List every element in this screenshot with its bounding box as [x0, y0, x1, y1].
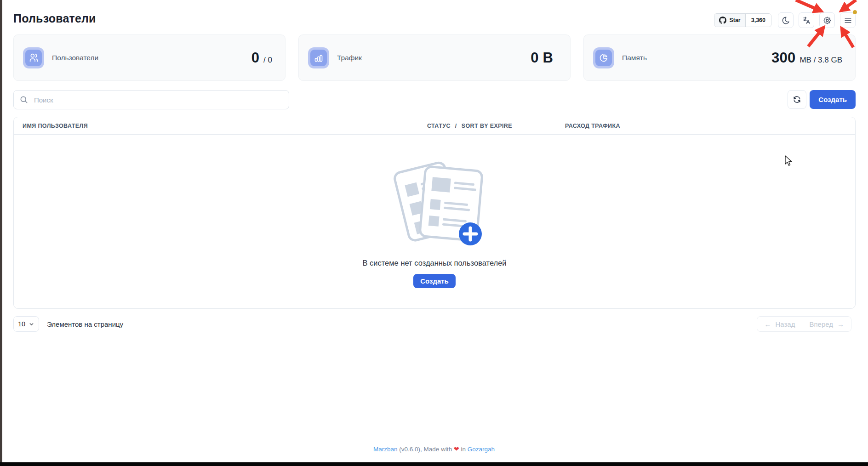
- pagination-bar: 10 Элементов на страницу ← Назад Вперед …: [13, 316, 856, 333]
- next-page-button[interactable]: Вперед →: [802, 317, 851, 331]
- footer-made-with: Made with: [424, 446, 452, 453]
- topbar: Star 3,360: [714, 12, 856, 28]
- stat-label: Пользователи: [52, 54, 98, 62]
- github-star-label: Star: [729, 17, 740, 23]
- language-button[interactable]: [799, 12, 814, 28]
- stat-label: Память: [622, 54, 647, 62]
- stat-card-memory: Память 300MB / 3.8 GB: [583, 34, 856, 81]
- menu-button[interactable]: [840, 12, 856, 28]
- search-field-wrap: [13, 90, 289, 109]
- dark-mode-toggle-button[interactable]: [778, 12, 794, 28]
- footer-version: (v0.6.0),: [399, 446, 422, 453]
- stat-value: 300: [771, 50, 795, 66]
- bar-chart-icon: [310, 50, 327, 66]
- empty-state: В системе нет созданных пользователей Со…: [14, 160, 855, 288]
- footer-in: in: [461, 446, 466, 453]
- column-header-username[interactable]: ИМЯ ПОЛЬЗОВАТЕЛЯ: [23, 123, 88, 129]
- window-bottom-edge: [0, 462, 868, 466]
- arrow-right-icon: →: [837, 320, 844, 328]
- column-header-traffic[interactable]: РАСХОД ТРАФИКА: [565, 123, 620, 129]
- column-header-status-expire[interactable]: СТАТУС / SORT BY EXPIRE: [427, 123, 512, 129]
- refresh-icon: [793, 95, 801, 104]
- stat-label: Трафик: [337, 54, 362, 62]
- github-icon: [719, 17, 726, 24]
- stat-card-users: Пользователи 0/ 0: [13, 34, 286, 81]
- empty-create-button[interactable]: Создать: [413, 274, 456, 288]
- stat-suffix: / 0: [263, 56, 272, 65]
- search-input[interactable]: [13, 90, 289, 109]
- stat-value: 0 B: [531, 50, 553, 66]
- pie-chart-icon: [595, 50, 612, 66]
- users-icon: [25, 50, 42, 66]
- marzban-link[interactable]: Marzban: [373, 446, 398, 453]
- notification-dot: [853, 10, 857, 14]
- chevron-down-icon: [29, 321, 34, 327]
- stat-card-traffic: Трафик 0 B: [298, 34, 571, 81]
- github-star-widget[interactable]: Star 3,360: [714, 13, 771, 27]
- table-header-row: ИМЯ ПОЛЬЗОВАТЕЛЯ СТАТУС / SORT BY EXPIRE…: [14, 117, 855, 135]
- arrow-left-icon: ←: [764, 320, 771, 328]
- create-user-button[interactable]: Создать: [810, 90, 856, 109]
- moon-icon: [782, 16, 790, 25]
- hamburger-icon: [844, 16, 852, 25]
- stat-suffix: MB / 3.8 GB: [799, 56, 842, 65]
- stat-value: 0: [251, 50, 259, 66]
- marzban-users-page: Пользователи Star 3,360: [0, 0, 868, 466]
- table-body: В системе нет созданных пользователей Со…: [14, 135, 855, 308]
- users-table: ИМЯ ПОЛЬЗОВАТЕЛЯ СТАТУС / SORT BY EXPIRE…: [13, 117, 856, 309]
- github-star-button[interactable]: Star: [714, 14, 745, 27]
- github-star-count[interactable]: 3,360: [746, 14, 771, 27]
- page-size-select[interactable]: 10: [13, 316, 39, 332]
- page-title: Пользователи: [13, 12, 96, 25]
- gear-icon: [823, 16, 832, 25]
- refresh-button[interactable]: [788, 90, 806, 109]
- window-left-edge: [0, 0, 2, 466]
- footer: Marzban (v0.6.0), Made with ❤ in Gozarga…: [0, 445, 868, 453]
- per-page-label: Элементов на страницу: [47, 320, 123, 328]
- toolbar-actions: Создать: [788, 90, 856, 109]
- settings-button[interactable]: [819, 12, 835, 28]
- empty-state-message: В системе нет созданных пользователей: [362, 259, 506, 267]
- heart-icon: ❤: [454, 445, 459, 453]
- prev-page-button[interactable]: ← Назад: [757, 317, 802, 331]
- empty-documents-illustration: [386, 160, 483, 250]
- translate-icon: [802, 16, 811, 25]
- stats-row: Пользователи 0/ 0 Трафик 0 B Память 300M…: [13, 34, 856, 81]
- gozargah-link[interactable]: Gozargah: [468, 446, 495, 453]
- page-nav-group: ← Назад Вперед →: [757, 316, 851, 332]
